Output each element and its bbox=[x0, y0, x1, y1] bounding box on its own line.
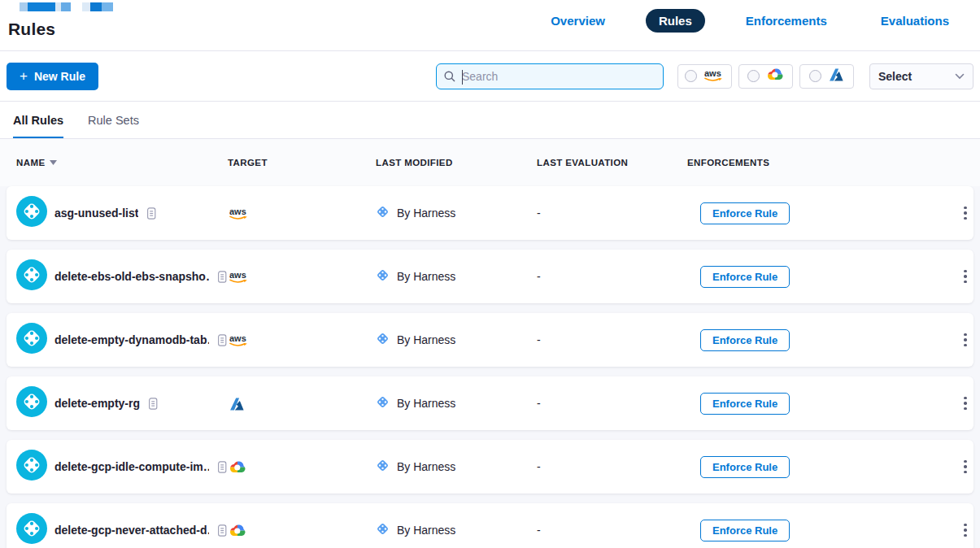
azure-logo bbox=[827, 67, 844, 82]
copy-rule-button[interactable] bbox=[146, 207, 157, 220]
nav-item-evaluations[interactable]: Evaluations bbox=[868, 9, 962, 33]
copy-rule-button[interactable] bbox=[147, 397, 159, 411]
last-modified-value: By Harness bbox=[397, 333, 455, 346]
enforce-rule-button[interactable]: Enforce Rule bbox=[700, 202, 790, 224]
table-header-row: NAME TARGET LAST MODIFIED LAST EVALUATIO… bbox=[0, 139, 980, 186]
kebab-menu-icon[interactable] bbox=[958, 457, 973, 477]
copy-rule-button[interactable] bbox=[216, 524, 228, 537]
gcp-logo bbox=[228, 523, 247, 538]
kebab-menu-icon[interactable] bbox=[958, 520, 973, 541]
rule-icon bbox=[16, 259, 47, 290]
enforce-rule-button[interactable]: Enforce Rule bbox=[700, 329, 790, 351]
harness-icon bbox=[376, 332, 390, 346]
kebab-menu-icon[interactable] bbox=[958, 267, 973, 287]
rule-icon bbox=[16, 196, 47, 227]
azure-logo bbox=[228, 396, 245, 411]
rules-tabs: All RulesRule Sets bbox=[0, 102, 980, 139]
last-evaluation-value: - bbox=[537, 207, 687, 220]
nav-item-rules[interactable]: Rules bbox=[646, 9, 705, 33]
plus-icon: + bbox=[20, 69, 28, 83]
filter-azure[interactable] bbox=[799, 64, 854, 89]
table-row[interactable]: asg-unused-list aws By Harness - Enforce… bbox=[7, 186, 973, 240]
module-nav: OverviewRulesEnforcementsEvaluations bbox=[538, 9, 962, 33]
last-modified-value: By Harness bbox=[397, 270, 455, 283]
gcp-logo bbox=[228, 459, 247, 475]
rule-icon bbox=[16, 323, 47, 354]
filter-aws[interactable]: aws bbox=[677, 64, 732, 89]
tab-all-rules[interactable]: All Rules bbox=[13, 102, 63, 138]
kebab-menu-icon[interactable] bbox=[958, 330, 973, 350]
aws-logo: aws bbox=[228, 333, 250, 347]
column-header-target: TARGET bbox=[228, 158, 376, 167]
copy-rule-button[interactable] bbox=[216, 460, 228, 474]
breadcrumb bbox=[20, 2, 113, 11]
table-row[interactable]: delete-gcp-never-attached-d… By Harne bbox=[7, 503, 973, 548]
new-rule-label: New Rule bbox=[34, 70, 85, 83]
gcp-logo bbox=[765, 67, 785, 82]
nav-item-overview[interactable]: Overview bbox=[538, 9, 618, 33]
enforce-rule-button[interactable]: Enforce Rule bbox=[700, 266, 790, 288]
new-rule-button[interactable]: + New Rule bbox=[7, 63, 98, 90]
rule-target bbox=[228, 523, 376, 538]
rule-name: delete-empty-dynamodb-tab… bbox=[54, 333, 209, 346]
rule-target: aws bbox=[228, 333, 376, 347]
rule-icon bbox=[16, 513, 47, 544]
copy-icon bbox=[216, 270, 228, 284]
harness-icon bbox=[376, 395, 390, 409]
aws-logo: aws bbox=[703, 67, 725, 82]
table-row[interactable]: delete-gcp-idle-compute-im… By Harnes bbox=[7, 440, 973, 494]
table-row[interactable]: delete-ebs-old-ebs-snapsho… aws By Harne… bbox=[7, 250, 973, 303]
rules-filter-select[interactable]: Select bbox=[869, 63, 973, 89]
svg-text:aws: aws bbox=[704, 68, 721, 78]
kebab-menu-icon[interactable] bbox=[958, 203, 973, 224]
svg-text:aws: aws bbox=[229, 333, 246, 343]
copy-icon bbox=[216, 460, 228, 474]
copy-icon bbox=[216, 524, 228, 537]
column-header-name[interactable]: NAME bbox=[16, 158, 228, 167]
rule-icon bbox=[16, 386, 47, 417]
rules-table: NAME TARGET LAST MODIFIED LAST EVALUATIO… bbox=[0, 139, 980, 548]
last-evaluation-value: - bbox=[537, 333, 687, 346]
aws-logo: aws bbox=[228, 269, 250, 284]
copy-rule-button[interactable] bbox=[216, 333, 228, 347]
last-modified-value: By Harness bbox=[397, 460, 455, 473]
search-input[interactable] bbox=[462, 70, 656, 83]
rule-target bbox=[228, 396, 376, 411]
radio-gcp[interactable] bbox=[747, 70, 760, 82]
rule-name: delete-ebs-old-ebs-snapsho… bbox=[54, 270, 209, 283]
rule-target: aws bbox=[228, 269, 376, 284]
rule-target bbox=[228, 459, 376, 475]
enforce-rule-button[interactable]: Enforce Rule bbox=[700, 456, 790, 478]
harness-icon bbox=[376, 522, 390, 536]
radio-azure[interactable] bbox=[809, 70, 821, 82]
harness-icon bbox=[376, 205, 390, 219]
column-header-enforcements: ENFORCEMENTS bbox=[687, 158, 895, 167]
copy-rule-button[interactable] bbox=[216, 270, 228, 284]
aws-logo: aws bbox=[228, 206, 250, 220]
svg-text:aws: aws bbox=[229, 207, 246, 216]
svg-text:aws: aws bbox=[229, 270, 246, 280]
enforce-rule-button[interactable]: Enforce Rule bbox=[700, 393, 790, 415]
table-row[interactable]: delete-empty-dynamodb-tab… aws By Harnes… bbox=[7, 313, 973, 367]
enforce-rule-button[interactable]: Enforce Rule bbox=[700, 520, 790, 541]
last-evaluation-value: - bbox=[537, 270, 687, 283]
rule-icon bbox=[16, 450, 47, 481]
rule-name: asg-unused-list bbox=[54, 207, 138, 220]
radio-aws[interactable] bbox=[685, 70, 697, 82]
last-evaluation-value: - bbox=[537, 397, 687, 410]
toolbar: + New Rule aws bbox=[0, 50, 980, 102]
top-header: OverviewRulesEnforcementsEvaluations Rul… bbox=[0, 0, 980, 50]
harness-icon bbox=[376, 459, 390, 472]
copy-icon bbox=[147, 397, 159, 411]
toolbar-filters: aws Select bbox=[436, 63, 973, 89]
select-value: Select bbox=[878, 70, 912, 83]
tab-rule-sets[interactable]: Rule Sets bbox=[88, 102, 139, 138]
filter-gcp[interactable] bbox=[738, 64, 793, 89]
kebab-menu-icon[interactable] bbox=[958, 394, 973, 414]
nav-item-enforcements[interactable]: Enforcements bbox=[733, 9, 840, 33]
table-row[interactable]: delete-empty-rg By Harness - Enforce Rul… bbox=[7, 376, 973, 430]
last-modified-value: By Harness bbox=[397, 524, 455, 537]
text-cursor bbox=[462, 70, 463, 85]
last-evaluation-value: - bbox=[537, 524, 687, 537]
copy-icon bbox=[146, 207, 157, 220]
